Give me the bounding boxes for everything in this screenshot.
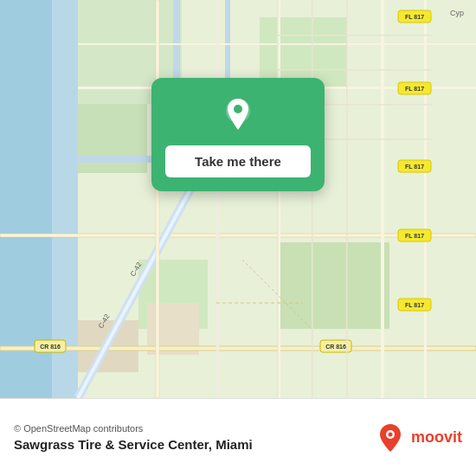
svg-text:CR 816: CR 816 (325, 344, 346, 350)
svg-point-53 (388, 432, 392, 436)
svg-text:FL 817: FL 817 (405, 302, 424, 308)
svg-text:FL 817: FL 817 (405, 14, 424, 20)
location-card: Take me there (151, 78, 325, 191)
svg-rect-6 (277, 242, 389, 329)
moovit-logo: moovit (375, 422, 462, 453)
moovit-icon (375, 422, 406, 453)
svg-rect-41 (277, 0, 279, 398)
map-container: CR 816 CR 816 C-42 C-42 FL 817 FL 817 FL… (0, 0, 476, 398)
moovit-label: moovit (411, 428, 462, 447)
svg-rect-2 (0, 0, 52, 398)
svg-rect-44 (277, 35, 433, 36)
location-pin-icon (219, 95, 257, 133)
svg-rect-45 (277, 69, 433, 71)
svg-rect-28 (424, 0, 427, 398)
svg-rect-27 (381, 0, 384, 398)
svg-text:FL 817: FL 817 (405, 164, 424, 170)
svg-text:FL 817: FL 817 (405, 233, 424, 239)
svg-text:CR 816: CR 816 (40, 344, 61, 350)
svg-rect-5 (260, 17, 346, 87)
take-me-there-button[interactable]: Take me there (165, 145, 311, 177)
svg-rect-29 (216, 0, 219, 398)
bottom-left-info: © OpenStreetMap contributors Sawgrass Ti… (14, 423, 253, 452)
svg-rect-13 (0, 346, 476, 351)
svg-rect-43 (346, 0, 348, 398)
svg-rect-42 (312, 0, 313, 398)
bottom-bar: © OpenStreetMap contributors Sawgrass Ti… (0, 398, 476, 476)
osm-attribution: © OpenStreetMap contributors (14, 423, 253, 434)
svg-rect-25 (156, 0, 159, 398)
svg-text:FL 817: FL 817 (405, 86, 424, 92)
svg-point-51 (234, 105, 242, 113)
place-name: Sawgrass Tire & Service Center, Miami (14, 437, 253, 452)
svg-text:Cyp: Cyp (450, 9, 464, 17)
